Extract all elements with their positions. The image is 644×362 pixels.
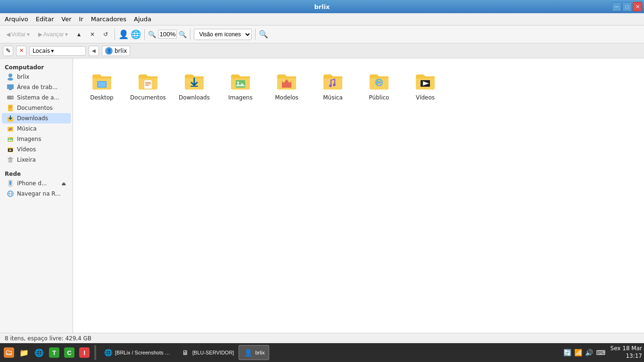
- folder-videos[interactable]: Vídeos: [404, 66, 446, 105]
- sidebar-network-label: Navegar na R...: [17, 190, 61, 197]
- forward-icon: ▶: [38, 31, 42, 38]
- wifi-icon: 📶: [574, 349, 582, 356]
- folder-publico[interactable]: Público: [358, 66, 400, 105]
- breadcrumb-back-button[interactable]: ◀: [89, 46, 99, 56]
- edit-path-button[interactable]: ✎: [3, 46, 13, 56]
- taskbar-app5-btn[interactable]: C: [62, 345, 76, 360]
- svg-rect-22: [9, 157, 11, 158]
- sidebar-item-iphone[interactable]: iPhone d... ⏏: [2, 178, 71, 189]
- sidebar-item-musica[interactable]: Música: [2, 123, 71, 134]
- folder-downloads[interactable]: Downloads: [173, 66, 215, 105]
- folder-modelos-icon: [275, 70, 298, 92]
- taskbar-files-btn[interactable]: 🗂: [2, 345, 16, 360]
- addressbar: ✎ ✕ Locais ▾ ◀ 👤 brlix: [0, 43, 644, 58]
- user-icon: [7, 73, 14, 81]
- location-dropdown[interactable]: Locais ▾: [29, 46, 86, 56]
- downloads-icon: [7, 115, 14, 122]
- menu-marcadores[interactable]: Marcadores: [88, 15, 129, 24]
- maximize-button[interactable]: □: [622, 2, 632, 11]
- taskbar: 🗂 📁 🌐 T C I 🌐 [BRLix / Screenshots - ...…: [0, 343, 644, 362]
- stop-icon: ✕: [90, 31, 95, 38]
- svg-rect-24: [9, 181, 11, 185]
- titlebar: brlix ─ □ ✕: [0, 0, 644, 13]
- svg-point-37: [237, 82, 239, 83]
- sidebar-item-brlix[interactable]: brlix: [2, 72, 71, 82]
- reload-button[interactable]: ↺: [100, 29, 111, 40]
- taskbar-brlix-btn[interactable]: 👤 brlix: [239, 345, 269, 360]
- folder-desktop[interactable]: Desktop: [81, 66, 123, 105]
- taskbar-chrome-btn[interactable]: 🌐: [32, 345, 46, 360]
- folder-musica-label: Música: [323, 94, 343, 101]
- menu-ver[interactable]: Ver: [58, 15, 74, 24]
- menu-arquivo[interactable]: Arquivo: [2, 15, 31, 24]
- sidebar-item-downloads[interactable]: Downloads: [2, 113, 71, 123]
- sidebar-item-desktop[interactable]: Área de trab...: [2, 82, 71, 92]
- menu-ir[interactable]: Ir: [76, 15, 86, 24]
- phone-icon: [7, 180, 14, 187]
- docs-icon: [7, 104, 14, 112]
- folder-modelos-label: Modelos: [275, 94, 298, 101]
- zoom-input[interactable]: [158, 30, 177, 39]
- taskbar-fm2-btn[interactable]: 📁: [17, 345, 31, 360]
- statusbar: 8 itens, espaço livre: 429,4 GB: [0, 333, 644, 343]
- reload-icon: ↺: [103, 31, 108, 38]
- svg-rect-34: [145, 85, 149, 86]
- taskbar-app6-btn[interactable]: I: [77, 345, 91, 360]
- up-icon: ▲: [76, 31, 82, 38]
- svg-rect-2: [7, 84, 14, 89]
- sidebar-item-lixeira[interactable]: Lixeira: [2, 155, 71, 165]
- location-label: Locais: [33, 48, 50, 54]
- zoom-control: [158, 30, 177, 39]
- folder-imagens[interactable]: Imagens: [219, 66, 262, 105]
- sidebar-iphone-label: iPhone d...: [17, 180, 47, 187]
- clock-time: 13:17: [611, 353, 642, 360]
- sidebar-item-system[interactable]: Sistema de a...: [2, 92, 71, 103]
- breadcrumb-item-brlix[interactable]: 👤 brlix: [105, 47, 127, 55]
- forward-button[interactable]: ▶ Avançar ▾: [35, 29, 71, 40]
- addr-close-icon: ✕: [19, 48, 24, 54]
- sidebar-images-label: Imagens: [17, 136, 41, 142]
- fm2-icon: 📁: [19, 347, 29, 358]
- sidebar-item-network[interactable]: Navegar na R...: [2, 189, 71, 199]
- sidebar-item-videos[interactable]: Vídeos: [2, 144, 71, 155]
- menu-ajuda[interactable]: Ajuda: [131, 15, 154, 24]
- folder-downloads-label: Downloads: [179, 94, 210, 101]
- svg-rect-21: [8, 158, 13, 159]
- menu-editar[interactable]: Editar: [33, 15, 57, 24]
- folder-musica[interactable]: Música: [312, 66, 354, 105]
- folder-musica-icon: [322, 70, 344, 92]
- view-mode-select[interactable]: Visão em ícones Visão em lista Visão com…: [194, 29, 252, 40]
- taskbar-app4-btn[interactable]: T: [47, 345, 61, 360]
- sidebar-item-documentos[interactable]: Documentos: [2, 103, 71, 113]
- svg-rect-36: [236, 80, 245, 88]
- torrent-icon: 🔄: [563, 349, 571, 356]
- brlix-taskbar-icon: 👤: [243, 347, 253, 358]
- up-button[interactable]: ▲: [73, 29, 85, 40]
- servidor-label: [BLU-SERVIDOR]: [192, 350, 234, 355]
- computer-section-title: Computador: [0, 62, 73, 72]
- folder-videos-label: Vídeos: [416, 94, 435, 101]
- folder-imagens-label: Imagens: [228, 94, 252, 101]
- clock[interactable]: Sex 18 Mar 13:17: [611, 345, 642, 360]
- zoom-out-icon: 🔍: [148, 31, 156, 38]
- servidor-icon: 🖥: [180, 347, 190, 358]
- close-button[interactable]: ✕: [633, 2, 642, 11]
- volume-icon: 🔊: [585, 349, 593, 356]
- folder-documentos[interactable]: Documentos: [127, 66, 169, 105]
- back-button[interactable]: ◀ Voltar ▾: [3, 29, 33, 40]
- addr-close-button[interactable]: ✕: [16, 46, 26, 56]
- minimize-button[interactable]: ─: [612, 2, 621, 11]
- taskbar-servidor-btn[interactable]: 🖥 [BLU-SERVIDOR]: [176, 345, 238, 360]
- taskbar-brlixscreenshots-btn[interactable]: 🌐 [BRLix / Screenshots - ...: [99, 345, 175, 360]
- folder-modelos[interactable]: Modelos: [265, 66, 308, 105]
- toolbar-separator-2: [144, 29, 145, 40]
- breadcrumb: 👤 brlix: [102, 46, 130, 56]
- folder-publico-icon: [368, 70, 390, 92]
- back-icon: ◀: [6, 31, 10, 38]
- svg-point-13: [10, 129, 12, 130]
- sidebar-item-imagens[interactable]: Imagens: [2, 134, 71, 144]
- folder-publico-label: Público: [369, 94, 389, 101]
- stop-button[interactable]: ✕: [87, 29, 98, 40]
- sidebar-system-label: Sistema de a...: [17, 94, 59, 101]
- network-icon: [7, 190, 14, 197]
